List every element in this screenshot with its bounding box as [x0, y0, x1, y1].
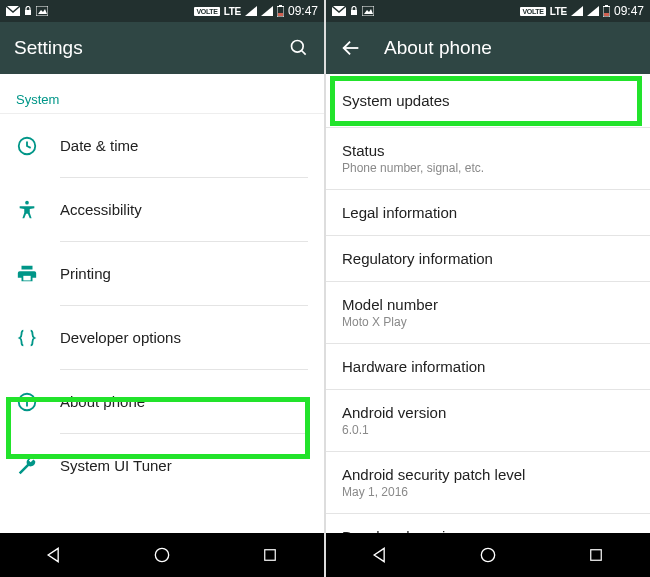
- battery-icon: [603, 5, 610, 17]
- svg-rect-19: [265, 550, 276, 561]
- svg-rect-32: [591, 550, 602, 561]
- battery-icon: [277, 5, 284, 17]
- item-security-patch[interactable]: Android security patch level May 1, 2016: [326, 452, 650, 514]
- nav-bar: [0, 533, 324, 577]
- nav-bar: [326, 533, 650, 577]
- status-bar: VOLTE LTE 09:47: [326, 0, 650, 22]
- item-system-updates[interactable]: System updates: [326, 74, 650, 128]
- signal-icon: [245, 6, 257, 16]
- item-label: Date & time: [60, 137, 138, 154]
- phone-left: VOLTE LTE 09:47 Settings System: [0, 0, 324, 577]
- item-model-number[interactable]: Model number Moto X Play: [326, 282, 650, 344]
- app-bar: About phone: [326, 22, 650, 74]
- back-nav-button[interactable]: [366, 541, 394, 569]
- image-icon: [36, 6, 48, 16]
- signal2-icon: [587, 6, 599, 16]
- lock-icon: [24, 6, 32, 16]
- svg-marker-17: [48, 548, 58, 561]
- svg-rect-28: [604, 13, 609, 16]
- phone-right: VOLTE LTE 09:47 About phone System updat…: [326, 0, 650, 577]
- braces-icon: [16, 327, 60, 349]
- svg-marker-5: [261, 6, 273, 16]
- svg-point-31: [481, 548, 494, 561]
- status-bar: VOLTE LTE 09:47: [0, 0, 324, 22]
- page-title: Settings: [14, 37, 266, 59]
- item-accessibility[interactable]: Accessibility: [0, 178, 324, 242]
- home-nav-button[interactable]: [474, 541, 502, 569]
- signal-icon: [571, 6, 583, 16]
- item-developer-options[interactable]: Developer options: [0, 306, 324, 370]
- svg-line-10: [302, 51, 306, 55]
- about-content: System updates Status Phone number, sign…: [326, 74, 650, 533]
- item-date-time[interactable]: Date & time: [0, 114, 324, 178]
- item-label: System UI Tuner: [60, 457, 172, 474]
- gmail-icon: [332, 6, 346, 16]
- svg-marker-25: [587, 6, 599, 16]
- accessibility-icon: [16, 199, 60, 221]
- recents-nav-button[interactable]: [582, 541, 610, 569]
- svg-point-12: [25, 201, 29, 205]
- settings-content: System Date & time Accessibility: [0, 74, 324, 533]
- item-label: Model number: [342, 296, 634, 313]
- item-secondary: May 1, 2016: [342, 485, 634, 499]
- search-button[interactable]: [288, 37, 310, 59]
- svg-marker-23: [364, 9, 373, 14]
- clock-text: 09:47: [614, 4, 644, 18]
- clock-text: 09:47: [288, 4, 318, 18]
- volte-badge: VOLTE: [194, 7, 219, 16]
- item-about-phone[interactable]: About phone: [0, 370, 324, 434]
- search-icon: [289, 38, 309, 58]
- svg-rect-21: [351, 10, 357, 15]
- item-label: Accessibility: [60, 201, 142, 218]
- svg-point-9: [292, 41, 304, 53]
- arrow-back-icon: [340, 37, 362, 59]
- page-title: About phone: [384, 37, 636, 59]
- app-bar: Settings: [0, 22, 324, 74]
- svg-marker-24: [571, 6, 583, 16]
- signal2-icon: [261, 6, 273, 16]
- item-hardware-information[interactable]: Hardware information: [326, 344, 650, 390]
- svg-rect-1: [25, 10, 31, 15]
- lock-icon: [350, 6, 358, 16]
- svg-rect-8: [278, 13, 283, 16]
- item-baseband-version[interactable]: Baseband version: [326, 514, 650, 533]
- item-status[interactable]: Status Phone number, signal, etc.: [326, 128, 650, 190]
- recents-nav-button[interactable]: [256, 541, 284, 569]
- svg-rect-13: [23, 276, 30, 281]
- item-label: Developer options: [60, 329, 181, 346]
- item-system-ui-tuner[interactable]: System UI Tuner: [0, 434, 324, 498]
- svg-point-18: [155, 548, 168, 561]
- circle-home-icon: [152, 545, 172, 565]
- item-secondary: Moto X Play: [342, 315, 634, 329]
- item-android-version[interactable]: Android version 6.0.1: [326, 390, 650, 452]
- item-secondary: 6.0.1: [342, 423, 634, 437]
- item-label: Android version: [342, 404, 634, 421]
- item-label: System updates: [342, 92, 634, 109]
- triangle-back-icon: [370, 545, 390, 565]
- square-recents-icon: [587, 546, 605, 564]
- triangle-back-icon: [44, 545, 64, 565]
- svg-marker-30: [374, 548, 384, 561]
- item-label: Printing: [60, 265, 111, 282]
- volte-badge: VOLTE: [520, 7, 545, 16]
- wrench-icon: [16, 455, 60, 477]
- home-nav-button[interactable]: [148, 541, 176, 569]
- svg-marker-3: [38, 9, 47, 14]
- back-nav-button[interactable]: [40, 541, 68, 569]
- item-regulatory-information[interactable]: Regulatory information: [326, 236, 650, 282]
- item-label: About phone: [60, 393, 145, 410]
- square-recents-icon: [261, 546, 279, 564]
- print-icon: [16, 263, 60, 285]
- back-button[interactable]: [340, 37, 362, 59]
- lte-label: LTE: [224, 6, 241, 17]
- item-printing[interactable]: Printing: [0, 242, 324, 306]
- item-legal-information[interactable]: Legal information: [326, 190, 650, 236]
- item-label: Legal information: [342, 204, 634, 221]
- item-label: Android security patch level: [342, 466, 634, 483]
- lte-label: LTE: [550, 6, 567, 17]
- clock-icon: [16, 135, 60, 157]
- item-label: Regulatory information: [342, 250, 634, 267]
- item-secondary: Phone number, signal, etc.: [342, 161, 634, 175]
- item-label: Hardware information: [342, 358, 634, 375]
- circle-home-icon: [478, 545, 498, 565]
